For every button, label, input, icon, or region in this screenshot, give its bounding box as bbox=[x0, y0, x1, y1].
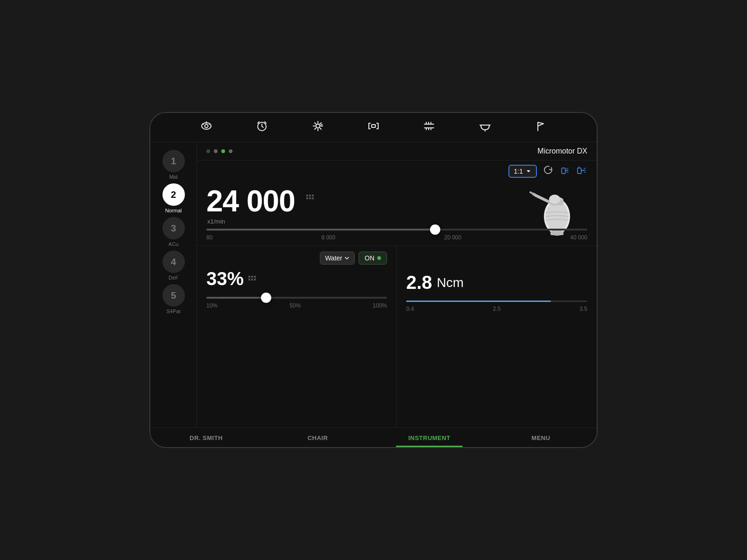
device-frame: 1 Mid 2 Normal 3 ACu 4 DeF 5 S4Pat bbox=[149, 112, 598, 448]
dot-3 bbox=[221, 149, 225, 153]
content-panel: Micromotor DX 1:1 bbox=[197, 142, 597, 427]
sidebar-item-4[interactable]: 4 DeF bbox=[162, 251, 185, 280]
torque-ncm-unit: Ncm bbox=[437, 275, 464, 290]
svg-rect-5 bbox=[562, 168, 565, 174]
nav-label-instrument: INSTRUMENT bbox=[408, 434, 450, 441]
dot-2 bbox=[214, 149, 218, 153]
torque-pct-max: 100% bbox=[373, 302, 387, 309]
svg-rect-19 bbox=[550, 231, 564, 235]
svg-rect-25 bbox=[254, 279, 256, 280]
rpm-slider-fill bbox=[206, 229, 435, 231]
instrument-image bbox=[527, 179, 587, 242]
bottom-area: Water ON 33% bbox=[197, 245, 597, 427]
torque-pct-min: 10% bbox=[206, 302, 218, 309]
dot-1 bbox=[206, 149, 210, 153]
tray-icon[interactable] bbox=[479, 119, 492, 135]
nav-item-chair[interactable]: CHAIR bbox=[262, 428, 374, 447]
on-dot bbox=[377, 256, 381, 260]
svg-rect-12 bbox=[312, 197, 314, 199]
torque-ncm-display: 2.8 Ncm bbox=[406, 272, 587, 293]
nav-item-dr-smith[interactable]: DR. SMITH bbox=[150, 428, 262, 447]
sidebar-item-1[interactable]: 1 Mid bbox=[162, 150, 185, 180]
rpm-min-label: 80 bbox=[206, 234, 212, 241]
flag-icon[interactable] bbox=[534, 119, 547, 135]
svg-rect-6 bbox=[578, 168, 581, 174]
rpm-area: 24 000 x1/min bbox=[197, 182, 597, 225]
nav-label-dr-smith: DR. SMITH bbox=[190, 434, 223, 441]
torque-percent-value: 33% bbox=[206, 268, 244, 289]
water-label: Water bbox=[325, 254, 342, 262]
torque-pct-track[interactable] bbox=[206, 297, 387, 299]
bracket-icon[interactable] bbox=[367, 119, 380, 135]
torque-pct-fill bbox=[206, 297, 266, 299]
main-area: 1 Mid 2 Normal 3 ACu 4 DeF 5 S4Pat bbox=[150, 142, 597, 427]
alarm-icon[interactable] bbox=[255, 119, 268, 135]
sidebar-circle-3: 3 bbox=[162, 217, 185, 239]
nav-item-menu[interactable]: MENU bbox=[485, 428, 597, 447]
svg-rect-4 bbox=[372, 125, 375, 127]
torque-pct-slider-container: 10% 50% 100% bbox=[206, 293, 387, 309]
sidebar-item-5[interactable]: 5 S4Pat bbox=[162, 284, 185, 314]
eye-icon[interactable] bbox=[200, 119, 213, 135]
ratio-selector[interactable]: 1:1 bbox=[508, 165, 537, 178]
svg-rect-11 bbox=[309, 197, 311, 199]
sidebar-item-3[interactable]: 3 ACu bbox=[162, 217, 185, 247]
torque-ncm-labels: 0.4 2.5 3.5 bbox=[406, 306, 587, 312]
svg-rect-9 bbox=[312, 195, 314, 196]
svg-rect-7 bbox=[306, 195, 308, 196]
rpm-slider-thumb[interactable] bbox=[430, 224, 440, 235]
svg-rect-21 bbox=[251, 276, 253, 278]
torque-ncm-max: 3.5 bbox=[579, 306, 587, 312]
spray-icon[interactable] bbox=[559, 164, 571, 178]
bottom-right: 2.8 Ncm 0.4 2.5 3.5 bbox=[397, 246, 597, 427]
svg-point-14 bbox=[546, 201, 568, 232]
nav-label-chair: CHAIR bbox=[308, 434, 328, 441]
torque-ncm-mid: 2.5 bbox=[493, 306, 501, 312]
refresh-icon[interactable] bbox=[543, 164, 554, 178]
rpm-20k-label: 20 000 bbox=[444, 234, 462, 241]
sidebar: 1 Mid 2 Normal 3 ACu 4 DeF 5 S4Pat bbox=[150, 142, 197, 427]
torque-ncm-value: 2.8 bbox=[406, 272, 432, 293]
torque-pct-thumb[interactable] bbox=[261, 293, 271, 303]
panel-title: Micromotor DX bbox=[537, 147, 587, 155]
dot-4 bbox=[229, 149, 233, 153]
svg-rect-22 bbox=[254, 276, 256, 278]
svg-rect-20 bbox=[248, 276, 250, 278]
svg-rect-23 bbox=[248, 279, 250, 280]
dot-indicators bbox=[206, 149, 233, 153]
sidebar-item-2[interactable]: 2 Normal bbox=[162, 183, 185, 213]
sidebar-circle-2: 2 bbox=[162, 183, 185, 206]
sidebar-circle-4: 4 bbox=[162, 251, 185, 273]
torque-pct-mid: 50% bbox=[289, 302, 301, 309]
bottom-left: Water ON 33% bbox=[197, 246, 397, 427]
rpm-value: 24 000 bbox=[206, 186, 295, 216]
torque-pct-labels: 10% 50% 100% bbox=[206, 302, 387, 309]
ratio-value: 1:1 bbox=[514, 168, 523, 175]
svg-point-3 bbox=[316, 124, 320, 128]
water-select[interactable]: Water bbox=[320, 252, 355, 265]
torque-ncm-fill bbox=[406, 301, 551, 302]
svg-point-17 bbox=[549, 195, 560, 204]
svg-point-1 bbox=[204, 125, 208, 128]
torque-ncm-track[interactable] bbox=[406, 301, 587, 302]
coolant-icon[interactable] bbox=[576, 164, 587, 178]
sidebar-label-1: Mid bbox=[169, 174, 178, 180]
on-button[interactable]: ON bbox=[359, 252, 387, 265]
torque-ncm-slider-container: 0.4 2.5 3.5 bbox=[406, 297, 587, 312]
torque-ncm-min: 0.4 bbox=[406, 306, 414, 312]
sidebar-label-4: DeF bbox=[169, 275, 178, 280]
torque-percent-display: 33% bbox=[206, 268, 387, 289]
light-icon[interactable] bbox=[311, 119, 324, 135]
svg-rect-10 bbox=[306, 197, 308, 199]
rpm-8k-label: 8 000 bbox=[321, 234, 335, 241]
svg-rect-24 bbox=[251, 279, 253, 280]
rpm-slider-track[interactable] bbox=[206, 229, 587, 231]
comb-icon[interactable] bbox=[423, 119, 436, 135]
panel-header: Micromotor DX bbox=[197, 142, 597, 161]
sidebar-circle-1: 1 bbox=[162, 150, 185, 172]
top-bar bbox=[150, 113, 597, 142]
on-label: ON bbox=[365, 254, 374, 262]
nav-item-instrument[interactable]: INSTRUMENT bbox=[374, 428, 485, 447]
sidebar-circle-5: 5 bbox=[162, 284, 185, 307]
sidebar-label-3: ACu bbox=[169, 241, 178, 247]
